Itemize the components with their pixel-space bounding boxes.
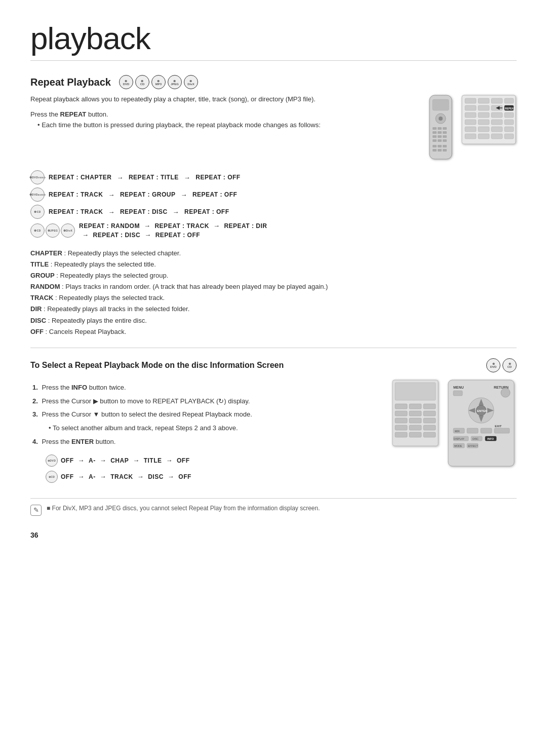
svg-rect-18 — [443, 145, 447, 147]
svg-rect-5 — [438, 127, 442, 130]
svg-rect-37 — [478, 120, 489, 125]
svg-rect-43 — [504, 127, 514, 132]
row-icon-divx: ⊛ DivX — [61, 223, 75, 238]
svg-rect-38 — [491, 120, 502, 125]
bullet-text: Each time the button is pressed during p… — [30, 120, 390, 130]
svg-rect-21 — [443, 149, 447, 152]
repeat-off-label4: REPEAT : OFF — [155, 232, 200, 239]
svg-rect-54 — [395, 411, 407, 416]
svg-rect-6 — [443, 127, 447, 130]
svg-rect-50 — [395, 383, 436, 400]
section2-disc-icons: ⊛ DVD ⊛ CD — [486, 358, 517, 372]
repeat-disc-label2: REPEAT : DISC — [93, 232, 141, 239]
row-icon-jpeg: ⊛ JPEG — [46, 223, 60, 238]
a-minus-dvd: A- — [89, 457, 96, 464]
arr-b2: → — [100, 457, 107, 464]
remote-panel-svg: REPEAT — [461, 94, 517, 145]
repeat-random-label: REPEAT : RANDOM — [79, 222, 140, 230]
page-title: playback — [30, 20, 517, 61]
svg-text:MIX: MIX — [455, 430, 460, 433]
arrow2: → — [184, 174, 191, 181]
select-repeat-section: To Select a Repeat Playback Mode on the … — [30, 358, 517, 488]
svg-rect-39 — [504, 120, 514, 125]
svg-rect-1 — [433, 99, 449, 110]
svg-rect-42 — [491, 127, 502, 132]
svg-rect-34 — [491, 112, 502, 118]
svg-rect-9 — [443, 131, 447, 134]
info-remote-area: MENU RETURN ENTER — [355, 377, 517, 488]
def-group: GROUP : Repeatedly plays the selected gr… — [30, 270, 517, 281]
svg-text:ENTER: ENTER — [477, 409, 488, 412]
arrow8: → — [213, 222, 220, 230]
svg-rect-45 — [478, 134, 489, 139]
repeat-off-label1: REPEAT : OFF — [196, 174, 240, 181]
repeat-row-cd-jpeg-divx: ⊛ CD ⊛ JPEG ⊛ DivX REPEAT : RANDOM → REP… — [30, 222, 517, 239]
svg-rect-11 — [438, 135, 442, 138]
arr-c4: → — [168, 473, 175, 480]
svg-rect-36 — [465, 120, 476, 125]
repeat-disc-label1: REPEAT : DISC — [120, 208, 168, 215]
disc-icon-cd: ⊛ CD — [135, 75, 149, 89]
arr-c3: → — [137, 473, 144, 480]
arrow4: → — [180, 191, 187, 199]
repeat-track-label3: REPEAT : TRACK — [154, 222, 209, 230]
repeat-track-label2: REPEAT : TRACK — [49, 208, 103, 215]
rp-text-block: Repeat playback allows you to repeatedly… — [30, 94, 390, 160]
row-icon-cd: ⊛ CD — [30, 205, 45, 219]
svg-rect-60 — [395, 425, 407, 430]
arrow5: → — [108, 208, 115, 216]
row-icon-dvd-video: ⊛ DVD VIDEO — [30, 170, 45, 184]
svg-rect-14 — [438, 139, 442, 142]
svg-rect-63 — [395, 432, 407, 437]
def-track: TRACK : Repeatedly plays the selected tr… — [30, 292, 517, 304]
info-layout: 1. Press the INFO button twice. 2. Press… — [30, 377, 517, 488]
repeat-row-dvd-audio: ⊛ DVD AUDIO REPEAT : TRACK → REPEAT : GR… — [30, 187, 517, 202]
svg-rect-15 — [443, 139, 447, 142]
repeat-track-label1: REPEAT : TRACK — [49, 191, 103, 198]
svg-rect-8 — [438, 131, 442, 134]
step-2: 2. Press the Cursor ▶ button to move to … — [30, 396, 339, 407]
svg-text:DISC: DISC — [473, 437, 479, 440]
svg-rect-7 — [433, 131, 437, 134]
svg-rect-19 — [433, 149, 437, 152]
svg-rect-55 — [409, 411, 421, 416]
svg-rect-16 — [433, 145, 437, 147]
bottom-row-cd: ⊛ CD OFF → A- → TRACK → DISC → OFF — [46, 471, 339, 483]
arrow1: → — [116, 174, 124, 181]
svg-rect-51 — [395, 404, 407, 409]
svg-text:EXIT: EXIT — [495, 425, 502, 428]
track-label-b: TRACK — [110, 473, 133, 480]
svg-rect-27 — [465, 105, 476, 110]
def-dir: DIR : Repeatedly plays all tracks in the… — [30, 304, 517, 315]
note-box: ✎ ■ For DivX, MP3 and JPEG discs, you ca… — [30, 498, 517, 516]
arrow7: → — [144, 222, 151, 230]
off-label-cd: OFF — [61, 473, 74, 480]
svg-point-69 — [501, 388, 510, 397]
svg-text:MENU: MENU — [453, 386, 464, 389]
repeat-dir-label: REPEAT : DIR — [224, 222, 267, 230]
arr-c2: → — [100, 473, 107, 480]
svg-rect-35 — [504, 112, 514, 118]
svg-rect-4 — [433, 127, 437, 130]
off-label-dvd2: OFF — [177, 457, 190, 464]
svg-rect-24 — [478, 98, 489, 103]
repeat-row-dvd-video: ⊛ DVD VIDEO REPEAT : CHAPTER → REPEAT : … — [30, 170, 517, 184]
page-number: 36 — [30, 531, 517, 539]
repeat-off-label3: REPEAT : OFF — [184, 208, 229, 215]
svg-rect-65 — [423, 432, 436, 437]
svg-rect-41 — [478, 127, 489, 132]
disc-label-b: DISC — [148, 473, 164, 480]
svg-rect-12 — [443, 135, 447, 138]
section2-disc-icon-dvd: ⊛ DVD — [486, 358, 500, 372]
svg-rect-64 — [409, 432, 421, 437]
svg-text:INFO: INFO — [487, 437, 494, 440]
arr-c1: → — [78, 473, 85, 480]
svg-rect-32 — [465, 112, 476, 118]
off-label-dvd: OFF — [61, 457, 74, 464]
remote-left-svg — [425, 94, 456, 160]
arr-b3: → — [133, 457, 140, 464]
steps-list: 1. Press the INFO button twice. 2. Press… — [30, 383, 339, 447]
definitions-block: CHAPTER : Repeatedly plays the selected … — [30, 248, 517, 337]
note-text: ■ For DivX, MP3 and JPEG discs, you cann… — [47, 505, 320, 512]
svg-rect-23 — [465, 98, 476, 103]
